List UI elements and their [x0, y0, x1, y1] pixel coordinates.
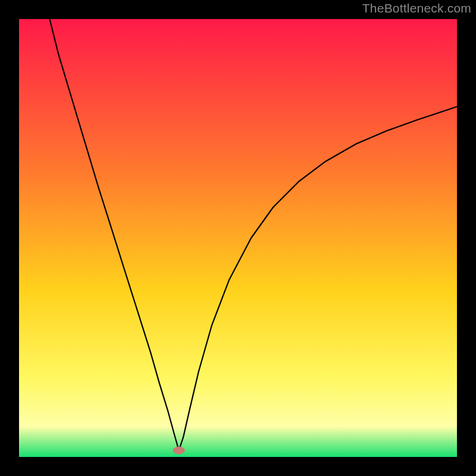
- plot-area: [19, 19, 457, 457]
- optimal-point-marker: [173, 447, 185, 455]
- chart-frame: TheBottleneck.com: [0, 0, 476, 476]
- chart-svg: [19, 19, 457, 457]
- gradient-bg: [19, 19, 457, 457]
- attribution-text: TheBottleneck.com: [362, 1, 471, 15]
